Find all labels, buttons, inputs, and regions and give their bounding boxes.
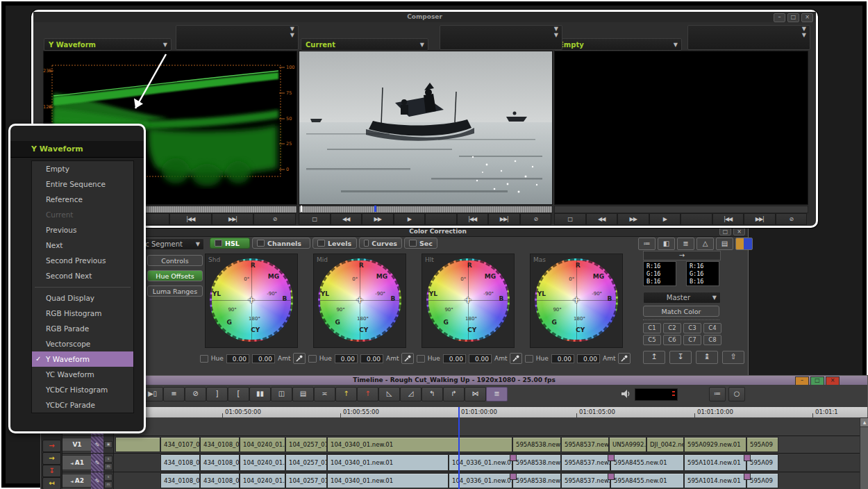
track-selector-strip[interactable]: ✎ (91, 454, 103, 472)
eyedropper-icon[interactable] (510, 353, 522, 364)
bank-c6-button[interactable]: C6 (663, 335, 681, 345)
track-name-a2[interactable]: ◄A2 (62, 474, 92, 488)
eyedropper-icon[interactable] (618, 353, 631, 364)
tab-enable-checkbox[interactable] (257, 240, 265, 247)
enable-checkbox[interactable] (525, 355, 533, 363)
wheel-crosshair[interactable]: + (356, 295, 364, 305)
clipboard-icon[interactable]: ▤ (716, 238, 733, 250)
transport-button[interactable]: |◀◀ (712, 213, 744, 225)
tab-enable-checkbox[interactable] (409, 240, 417, 247)
maximize-button[interactable]: □ (787, 13, 799, 22)
clip-segment[interactable]: 104_0340_01.new.01 (327, 473, 449, 488)
luma-ranges-button[interactable]: Luma Ranges (147, 285, 203, 297)
meter-menu-icon[interactable]: ≔ (709, 387, 726, 401)
solo-button[interactable]: s (104, 474, 112, 481)
hue-value-field[interactable]: 0.00 (335, 354, 358, 363)
secondary-dropdown[interactable]: ▼▼ (176, 25, 299, 50)
transition-effect-icon[interactable] (510, 473, 517, 480)
extract-icon[interactable]: → (42, 440, 61, 452)
bank-c7-button[interactable]: C7 (683, 335, 701, 345)
menu-item-next[interactable]: Next (32, 238, 133, 253)
clip-segment[interactable]: 104_0257_01.ne (285, 454, 327, 471)
tab-enable-checkbox[interactable] (364, 240, 369, 247)
transport-button[interactable] (681, 213, 712, 225)
track-name-v1[interactable]: V1 (62, 438, 92, 451)
hue-value-field[interactable]: 0.00 (443, 354, 466, 363)
bank-c8-button[interactable]: C8 (703, 335, 721, 345)
clip-segment[interactable]: 595A8538.new.0 (512, 473, 561, 488)
clip-segment[interactable]: 595A09 (746, 437, 778, 452)
monitor-source-dropdown[interactable]: Y Waveform▼ (44, 38, 172, 51)
close-button[interactable]: × (801, 13, 813, 22)
position-indicator[interactable] (374, 206, 376, 212)
tab-sec[interactable]: Sec (404, 238, 437, 249)
clip-segment[interactable]: 595A8455.new.01 (610, 473, 684, 488)
transition-effect-icon[interactable] (744, 454, 751, 461)
empty-monitor[interactable] (554, 51, 808, 205)
tab-channels[interactable]: Channels (252, 238, 310, 249)
eyedropper-icon[interactable] (401, 353, 414, 364)
record-monitor[interactable] (299, 51, 553, 205)
saturation-value-field[interactable]: 0.00 (360, 354, 383, 363)
bank-c4-button[interactable]: C4 (703, 323, 721, 333)
timecode-ruler[interactable]: 01:00:50:0001:00:55:0001:01:00:0001:01:0… (41, 407, 867, 418)
clip-segment[interactable]: 595A8537.new.01 (561, 473, 610, 488)
segment-overwrite-icon[interactable]: ◫ (271, 387, 292, 401)
clip-segment[interactable]: 595A09 (746, 473, 778, 488)
clip-segment[interactable]: 434_0108_01 (160, 454, 200, 471)
segment-insert-icon[interactable]: ▤ (292, 387, 314, 401)
clip-segment[interactable]: 595A1014.new.01 (684, 473, 746, 488)
color-match-icon[interactable]: ◧ (658, 238, 675, 250)
mute-button[interactable]: m (104, 481, 112, 488)
saturation-value-field[interactable]: 0.00 (577, 354, 600, 363)
clip-segment[interactable]: 104_0257_01.ne (285, 437, 327, 452)
transition-icon[interactable]: ⋈ (465, 387, 486, 401)
controls-button[interactable]: Controls (147, 255, 203, 266)
transport-button[interactable]: ▶▶| (488, 213, 520, 225)
menu-item-vectorscope[interactable]: Vectorscope (32, 336, 133, 351)
hue-offsets-button[interactable]: Hue Offsets (147, 270, 203, 281)
previous-uncorrected-icon[interactable]: ↥ (643, 351, 665, 364)
menu-item-previous[interactable]: Previous (32, 222, 133, 238)
effect-mode-icon[interactable]: ⊘ (185, 387, 206, 401)
clip-segment[interactable]: 104_0257_01.ne (285, 473, 327, 488)
trim-left-icon[interactable]: ◺ (378, 387, 400, 401)
clip-segment[interactable]: 595A8455.new.01 (610, 454, 684, 471)
transport-button[interactable]: ▶ (394, 213, 426, 225)
overwrite-icon[interactable]: ↑ (357, 387, 378, 401)
overwrite-segment-icon[interactable]: ↤ (42, 477, 61, 489)
timecode-ring-icon[interactable]: ○ (728, 387, 745, 401)
track-selector-strip[interactable]: ✎ (91, 436, 103, 453)
safe-color-warning-icon[interactable]: △ (696, 238, 714, 250)
transport-button[interactable]: ⊘ (776, 213, 808, 225)
track-panel-icon[interactable]: ≡ (163, 387, 185, 401)
transition-effect-icon[interactable] (608, 473, 615, 480)
trim-mode-icon[interactable]: ≍ (314, 387, 335, 401)
menu-item-yc-waveform[interactable]: YC Waveform (32, 367, 133, 382)
menu-item-reference[interactable]: Reference (32, 192, 133, 207)
match-color-button[interactable]: Match Color (643, 306, 719, 317)
transport-button[interactable] (425, 213, 457, 225)
track-selector-strip[interactable]: ✎ (91, 472, 103, 489)
mark-out-icon[interactable]: ] (206, 387, 228, 401)
track-name-a1[interactable]: ◄A1 (62, 455, 92, 470)
playhead[interactable] (458, 407, 460, 489)
bank-c5-button[interactable]: C5 (643, 335, 661, 345)
menu-item-current[interactable]: Current (32, 207, 133, 222)
vertical-scrollbar[interactable]: ▲ (860, 417, 868, 489)
transport-button[interactable]: ▶▶| (744, 213, 776, 225)
audio-speaker-icon[interactable] (621, 389, 631, 399)
tab-enable-checkbox[interactable] (215, 240, 222, 247)
clip-segment[interactable] (115, 437, 160, 452)
transport-button[interactable]: |◀◀ (457, 213, 489, 225)
transport-button[interactable]: ▶▶ (362, 213, 394, 225)
tab-enable-checkbox[interactable] (317, 240, 325, 247)
hue-offset-wheel[interactable]: RMGBCYGYL0°-90°90°180°+ (210, 258, 293, 342)
clip-segment[interactable]: 434_0108_01 (200, 454, 240, 471)
hue-offset-wheel[interactable]: RMGBCYGYL0°-90°90°180°+ (535, 258, 618, 342)
menu-item-empty[interactable]: Empty (32, 161, 133, 176)
bank-c2-button[interactable]: C2 (663, 323, 681, 333)
solo-button[interactable]: s (104, 456, 112, 463)
mute-button[interactable]: m (104, 463, 112, 470)
wheel-crosshair[interactable]: + (465, 295, 472, 305)
